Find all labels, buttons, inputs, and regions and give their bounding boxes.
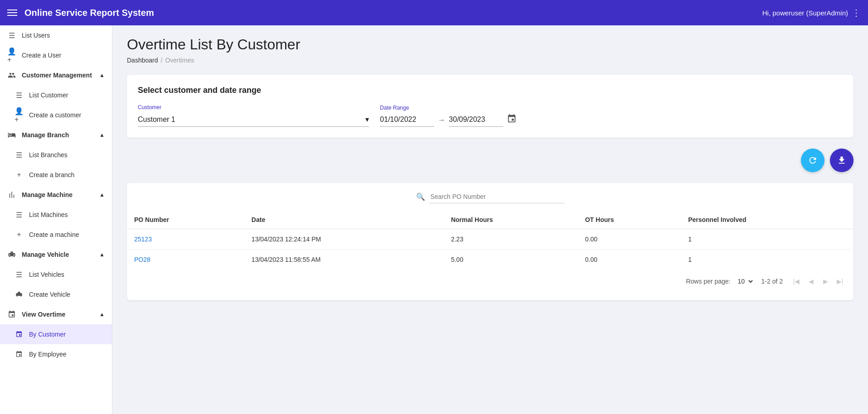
col-personnel: Personnel Involved	[681, 211, 853, 229]
date-range-field-group: Date Range →	[380, 105, 843, 127]
sidebar-item-view-overtime[interactable]: View Overtime ▲	[0, 304, 112, 324]
sidebar-item-label: Create a branch	[29, 171, 74, 178]
more-vert-icon[interactable]: ⋮	[852, 7, 861, 18]
search-bar: 🔍	[127, 190, 853, 203]
chevron-down-icon: ▾	[365, 115, 369, 124]
last-page-button[interactable]: ▶|	[834, 275, 846, 288]
col-po-number: PO Number	[127, 211, 244, 229]
cell-po-number[interactable]: 25123	[127, 229, 244, 250]
sidebar-item-label: View Overtime	[22, 311, 65, 318]
table-card: 🔍 PO Number Date Normal Hours OT Hours P…	[127, 183, 853, 300]
cell-date: 13/04/2023 12:24:14 PM	[244, 229, 444, 250]
customer-field-group: Customer Customer 1 ▾	[138, 104, 369, 127]
main-content: Overtime List By Customer Dashboard / Ov…	[112, 25, 868, 414]
person-add-icon: 👤+	[7, 51, 16, 60]
sidebar-item-label: List Branches	[29, 151, 68, 159]
vehicle-icon	[7, 250, 16, 259]
menu-icon[interactable]	[7, 10, 17, 16]
breadcrumb-separator: /	[161, 57, 163, 64]
sidebar-item-create-customer[interactable]: 👤+ Create a customer	[0, 105, 112, 125]
chevron-up-icon: ▲	[99, 192, 105, 198]
date-to-input[interactable]	[449, 113, 503, 127]
cell-po-number[interactable]: PO28	[127, 250, 244, 270]
list-icon: ☰	[15, 91, 24, 100]
sidebar-item-list-machines[interactable]: ☰ List Machines	[0, 205, 112, 225]
pdf-download-button[interactable]	[830, 149, 853, 172]
sidebar-item-create-vehicle[interactable]: Create Vehicle	[0, 284, 112, 304]
cell-date: 13/04/2023 11:58:55 AM	[244, 250, 444, 270]
sidebar-item-label: List Users	[22, 32, 50, 39]
search-input[interactable]	[429, 190, 565, 203]
action-buttons	[127, 149, 853, 172]
sidebar-item-label: List Vehicles	[29, 271, 64, 278]
table-row: PO28 13/04/2023 11:58:55 AM 5.00 0.00 1	[127, 250, 853, 270]
sidebar-item-by-customer[interactable]: By Customer	[0, 324, 112, 344]
settings-icon	[7, 190, 16, 199]
col-ot-hours: OT Hours	[578, 211, 681, 229]
cell-personnel: 1	[681, 250, 853, 270]
date-range-label: Date Range	[380, 105, 843, 111]
sidebar: ☰ List Users 👤+ Create a User Customer M…	[0, 25, 112, 414]
prev-page-button[interactable]: ◀	[805, 275, 817, 288]
sidebar-item-label: Manage Branch	[22, 131, 69, 139]
date-range-wrap: →	[380, 113, 843, 127]
calendar-icon	[7, 310, 16, 319]
sidebar-item-label: Manage Vehicle	[22, 251, 69, 258]
col-date: Date	[244, 211, 444, 229]
header-user: Hi, poweruser (SuperAdmin)	[762, 9, 848, 17]
cell-ot-hours: 0.00	[578, 250, 681, 270]
sidebar-item-manage-machine[interactable]: Manage Machine ▲	[0, 185, 112, 205]
sidebar-item-label: By Employee	[29, 351, 66, 358]
first-page-button[interactable]: |◀	[790, 275, 803, 288]
rows-per-page-select[interactable]: 5102550	[734, 276, 754, 286]
sidebar-item-list-users[interactable]: ☰ List Users	[0, 25, 112, 45]
sidebar-item-manage-vehicle[interactable]: Manage Vehicle ▲	[0, 245, 112, 265]
table-header-row: PO Number Date Normal Hours OT Hours Per…	[127, 211, 853, 229]
breadcrumb: Dashboard / Overtimes	[127, 57, 853, 64]
breadcrumb-dashboard[interactable]: Dashboard	[127, 57, 158, 64]
sidebar-item-create-branch[interactable]: + Create a branch	[0, 165, 112, 185]
header-left: Online Service Report System	[7, 8, 154, 18]
page-title: Overtime List By Customer	[127, 36, 853, 53]
sidebar-item-label: Customer Management	[22, 72, 92, 79]
sidebar-item-create-user[interactable]: 👤+ Create a User	[0, 45, 112, 65]
list-icon: ☰	[15, 270, 24, 279]
sidebar-item-create-machine[interactable]: + Create a machine	[0, 225, 112, 245]
calendar-picker-icon[interactable]	[507, 114, 517, 126]
sidebar-item-list-vehicles[interactable]: ☰ List Vehicles	[0, 265, 112, 284]
sidebar-item-by-employee[interactable]: By Employee	[0, 344, 112, 364]
sidebar-item-list-branches[interactable]: ☰ List Branches	[0, 145, 112, 165]
header-right: Hi, poweruser (SuperAdmin) ⋮	[762, 7, 861, 18]
pagination: Rows per page: 5102550 1-2 of 2 |◀ ◀ ▶ ▶…	[127, 270, 853, 293]
sidebar-item-label: List Customer	[29, 91, 68, 99]
refresh-button[interactable]	[801, 149, 824, 172]
list-icon: ☰	[15, 150, 24, 159]
list-icon: ☰	[7, 31, 16, 40]
customer-select[interactable]: Customer 1 ▾	[138, 112, 369, 127]
cell-normal-hours: 5.00	[444, 250, 578, 270]
sidebar-item-label: List Machines	[29, 211, 68, 218]
filter-card-title: Select customer and date range	[138, 86, 843, 95]
sidebar-item-customer-management[interactable]: Customer Management ▲	[0, 65, 112, 85]
cell-ot-hours: 0.00	[578, 229, 681, 250]
cell-personnel: 1	[681, 229, 853, 250]
people-icon	[7, 71, 16, 80]
search-icon: 🔍	[416, 193, 425, 201]
filter-card: Select customer and date range Customer …	[127, 75, 853, 138]
sidebar-item-manage-branch[interactable]: Manage Branch ▲	[0, 125, 112, 145]
person-add-icon: 👤+	[15, 111, 24, 120]
overtime-table: PO Number Date Normal Hours OT Hours Per…	[127, 211, 853, 270]
add-icon: +	[15, 170, 24, 179]
calendar-icon	[15, 330, 24, 339]
customer-value: Customer 1	[138, 116, 175, 124]
sidebar-item-label: Create Vehicle	[29, 291, 70, 298]
chevron-up-icon: ▲	[99, 72, 105, 78]
page-info: 1-2 of 2	[761, 278, 783, 285]
table-row: 25123 13/04/2023 12:24:14 PM 2.23 0.00 1	[127, 229, 853, 250]
sidebar-item-list-customer[interactable]: ☰ List Customer	[0, 85, 112, 105]
sidebar-item-label: Create a machine	[29, 231, 79, 238]
date-from-input[interactable]	[380, 113, 434, 127]
next-page-button[interactable]: ▶	[819, 275, 832, 288]
cell-normal-hours: 2.23	[444, 229, 578, 250]
customer-label: Customer	[138, 104, 369, 111]
